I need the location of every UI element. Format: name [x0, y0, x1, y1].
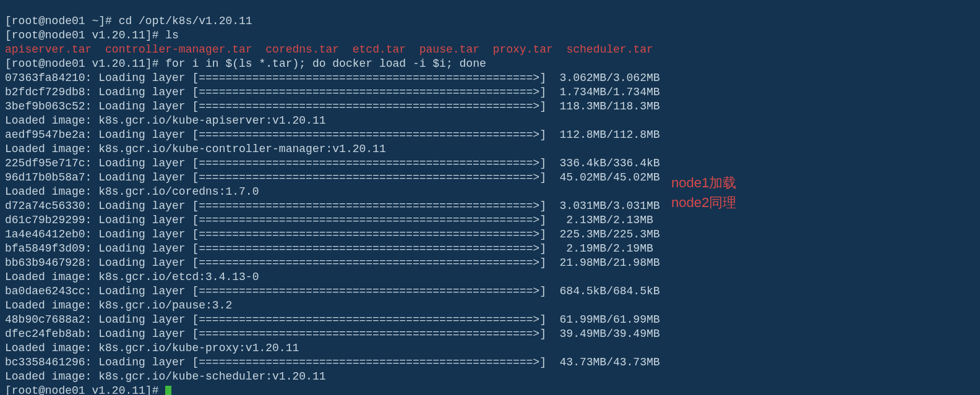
loaded-image-line: Loaded image: k8s.gcr.io/kube-controller…: [5, 143, 386, 155]
loading-layer-line: d72a74c56330: Loading layer [===========…: [5, 200, 660, 212]
loading-layer-line: dfec24feb8ab: Loading layer [===========…: [5, 328, 660, 340]
loaded-image-line: Loaded image: k8s.gcr.io/kube-proxy:v1.2…: [5, 342, 299, 354]
loading-layer-line: b2fdcf729db8: Loading layer [===========…: [5, 86, 660, 98]
prompt-line-1: [root@node01 ~]# cd /opt/k8s/v1.20.11: [5, 15, 252, 27]
loading-layer-line: bfa5849f3d09: Loading layer [===========…: [5, 242, 653, 255]
loading-layer-line: bc3358461296: Loading layer [===========…: [5, 356, 660, 368]
annotation-line-2: node2同理: [671, 193, 736, 213]
loading-layer-line: d61c79b29299: Loading layer [===========…: [5, 214, 653, 226]
cursor-icon: [165, 386, 171, 395]
loading-layer-line: 96d17b0b58a7: Loading layer [===========…: [5, 171, 660, 184]
loading-layer-line: 48b90c7688a2: Loading layer [===========…: [5, 313, 660, 326]
prompt-line-2: [root@node01 v1.20.11]# ls: [5, 29, 179, 41]
loaded-image-line: Loaded image: k8s.gcr.io/etcd:3.4.13-0: [5, 271, 259, 283]
loading-layer-line: 3bef9b063c52: Loading layer [===========…: [5, 100, 660, 113]
loading-layer-line: aedf9547be2a: Loading layer [===========…: [5, 129, 660, 141]
ls-output: apiserver.tar controller-manager.tar cor…: [5, 43, 653, 56]
loaded-image-line: Loaded image: k8s.gcr.io/coredns:1.7.0: [5, 185, 259, 198]
docker-load-output: 07363fa84210: Loading layer [===========…: [5, 71, 975, 384]
loading-layer-line: 1a4e46412eb0: Loading layer [===========…: [5, 228, 660, 240]
loading-layer-line: 07363fa84210: Loading layer [===========…: [5, 72, 660, 84]
loading-layer-line: bb63b9467928: Loading layer [===========…: [5, 257, 660, 269]
loading-layer-line: ba0dae6243cc: Loading layer [===========…: [5, 285, 660, 297]
final-prompt[interactable]: [root@node01 v1.20.11]#: [5, 384, 171, 395]
prompt-line-3: [root@node01 v1.20.11]# for i in $(ls *.…: [5, 57, 486, 70]
loaded-image-line: Loaded image: k8s.gcr.io/kube-scheduler:…: [5, 370, 325, 383]
annotation-text: node1加载 node2同理: [671, 173, 736, 213]
terminal-output: [root@node01 ~]# cd /opt/k8s/v1.20.11 [r…: [0, 0, 980, 395]
annotation-line-1: node1加载: [671, 173, 736, 193]
loading-layer-line: 225df95e717c: Loading layer [===========…: [5, 157, 660, 169]
loaded-image-line: Loaded image: k8s.gcr.io/pause:3.2: [5, 299, 232, 312]
loaded-image-line: Loaded image: k8s.gcr.io/kube-apiserver:…: [5, 114, 325, 127]
